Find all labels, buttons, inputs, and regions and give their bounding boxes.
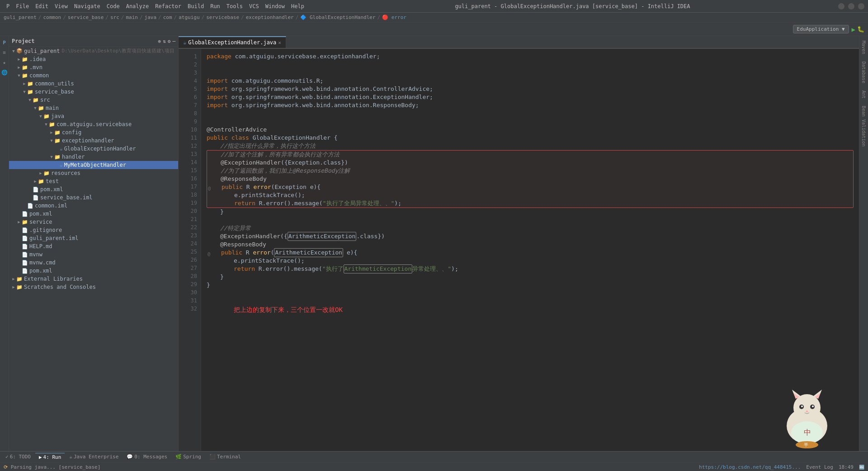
tree-global-exception[interactable]: ☕ GlobalExceptionHandler (9, 145, 178, 153)
line-num-5: 5 (179, 85, 197, 93)
right-side-tabs: Maven Database Ant Bean Validation (859, 36, 868, 451)
menu-run[interactable]: Run (208, 2, 223, 10)
ant-tab[interactable]: Ant (860, 88, 867, 101)
tree-idea[interactable]: ▶ 📁 .idea (9, 55, 178, 63)
code-line-9 (207, 118, 854, 126)
spring-tab[interactable]: 🌿 Spring (172, 453, 205, 461)
close-button[interactable]: ✕ (858, 3, 864, 9)
debug-button[interactable]: 🐛 (857, 26, 864, 33)
breadcrumb-atguigu[interactable]: atguigu (179, 14, 199, 20)
code-line-2 (207, 61, 854, 69)
statusbar-event-log[interactable]: Event Log (806, 464, 833, 470)
tab-global-exception-handler[interactable]: ☕ GlobalExceptionHandler.java ✕ (179, 36, 286, 48)
tree-pom-service-base[interactable]: 📄 pom.xml (9, 185, 178, 193)
terminal-tab[interactable]: ⬛ Terminal (206, 453, 245, 461)
tree-src[interactable]: ▼ 📁 src (9, 96, 178, 104)
menu-tools[interactable]: Tools (224, 2, 245, 10)
line-num-21: 21 (179, 215, 197, 223)
sidebar-icon1[interactable]: ⊕ (158, 38, 161, 44)
breadcrumb-main[interactable]: main (126, 14, 138, 20)
favorites-icon[interactable]: ★ (0, 58, 9, 67)
line-num-27: 27 (179, 264, 197, 272)
code-area[interactable]: package com.atguigu.servicebase.exceptio… (201, 49, 859, 451)
line-numbers: 1 2 3 4 5 6 7 8 9 10 11 12 13 ◆ 14 15 16… (179, 49, 201, 451)
java-enterprise-tab[interactable]: ☕ Java Enterprise (66, 453, 122, 461)
tree-guli-parent-iml[interactable]: 📄 guli_parent.iml (9, 234, 178, 242)
tree-mvnw[interactable]: 📄 mvnw (9, 250, 178, 259)
breadcrumb-com[interactable]: com (163, 14, 172, 20)
tree-service-base-iml[interactable]: 📄 service_base.iml (9, 193, 178, 202)
run-config-selector[interactable]: EduApplication ▼ (793, 25, 849, 33)
menu-help[interactable]: Help (288, 2, 307, 10)
tree-common[interactable]: ▼ 📁 common (9, 71, 178, 80)
tree-my-meta-handler[interactable]: ☕ MyMetaObjectHandler (9, 161, 178, 169)
menu-p[interactable]: P (4, 2, 12, 10)
breadcrumb-exceptionhandler[interactable]: exceptionhandler (246, 14, 294, 20)
tree-gitignore[interactable]: 📄 .gitignore (9, 226, 178, 234)
sidebar-header: Project ⊕ ⇅ ⚙ ─ (9, 36, 178, 47)
tree-main[interactable]: ▼ 📁 main (9, 104, 178, 112)
sidebar-icon2[interactable]: ⇅ (163, 38, 166, 44)
maximize-button[interactable]: □ (848, 3, 854, 9)
breadcrumb-servicebase[interactable]: servicebase (206, 14, 239, 20)
tree-test[interactable]: ▶ 📁 test (9, 177, 178, 185)
menu-build[interactable]: Build (185, 2, 207, 10)
app-menu[interactable]: P File Edit View Navigate Code Analyze R… (4, 2, 307, 10)
tree-pom-common[interactable]: 📄 pom.xml (9, 210, 178, 218)
menu-code[interactable]: Code (104, 2, 123, 10)
menu-vcs[interactable]: VCS (246, 2, 262, 10)
menu-navigate[interactable]: Navigate (71, 2, 103, 10)
line-num-4: 4 (179, 77, 197, 85)
tree-common-utils[interactable]: ▶ 📁 common_utils (9, 80, 178, 88)
breadcrumb-service-base[interactable]: service_base (68, 14, 104, 20)
run-button[interactable]: ▶ (852, 26, 855, 33)
breadcrumb-src[interactable]: src (110, 14, 119, 20)
breadcrumb-common[interactable]: common (43, 14, 61, 20)
tree-service[interactable]: ▶ 📁 service (9, 218, 178, 226)
tree-java[interactable]: ▼ 📁 java (9, 112, 178, 120)
tree-common-iml[interactable]: 📄 common.iml (9, 202, 178, 210)
messages-tab[interactable]: 💬 0: Messages (123, 453, 171, 461)
run-tab[interactable]: ▶ 4: Run (35, 453, 65, 461)
menu-analyze[interactable]: Analyze (123, 2, 152, 10)
maven-tab[interactable]: Maven (860, 38, 867, 57)
tree-external-libs[interactable]: ▶ 📁 External Libraries (9, 275, 178, 283)
web-icon[interactable]: 🌐 (0, 68, 9, 77)
tab-close-button[interactable]: ✕ (278, 40, 281, 46)
tree-guli-parent[interactable]: ▼ 📦 guli_parent D:\UserData\Desktop\教育项目… (9, 47, 178, 55)
tree-scratches[interactable]: ▶ 📁 Scratches and Consoles (9, 283, 178, 291)
tree-exceptionhandler[interactable]: ▼ 📁 exceptionhandler (9, 137, 178, 145)
todo-tab[interactable]: ✓ 6: TODO (2, 453, 34, 461)
tree-com-atguigu[interactable]: ▼ 📁 com.atguigu.servicebase (9, 120, 178, 128)
breadcrumb-guli-parent[interactable]: guli_parent (4, 14, 37, 20)
window-controls[interactable]: ─ □ ✕ (838, 3, 864, 9)
menu-view[interactable]: View (52, 2, 71, 10)
tree-resources[interactable]: ▶ 📁 resources (9, 169, 178, 177)
tree-config[interactable]: ▶ 📁 config (9, 128, 178, 137)
code-line-11: public class GlobalExceptionHandler { (207, 134, 854, 142)
sidebar-icon3[interactable]: ⚙ (168, 38, 171, 44)
line-num-13: 13 (179, 150, 197, 158)
run-icon: ▶ (39, 454, 42, 460)
structure-icon[interactable]: ≡ (0, 48, 9, 57)
project-icon[interactable]: P (0, 38, 9, 47)
tree-help-md[interactable]: 📄 HELP.md (9, 242, 178, 250)
tree-mvnw-cmd[interactable]: 📄 mvnw.cmd (9, 259, 178, 267)
breadcrumb-class[interactable]: 🔷 GlobalExceptionHandler (300, 14, 375, 20)
bean-validation-tab[interactable]: Bean Validation (860, 103, 867, 149)
menu-edit[interactable]: Edit (33, 2, 51, 10)
sidebar-collapse[interactable]: ─ (172, 38, 175, 44)
code-line-28: } (207, 273, 854, 281)
tree-pom-root[interactable]: 📄 pom.xml (9, 267, 178, 275)
tree-service-base[interactable]: ▼ 📁 service_base (9, 88, 178, 96)
breadcrumb-error[interactable]: 🔴 error (382, 14, 406, 20)
menu-window[interactable]: Window (263, 2, 288, 10)
minimize-button[interactable]: ─ (838, 3, 844, 9)
breadcrumb-java[interactable]: java (145, 14, 157, 20)
tree-handler[interactable]: ▼ 📁 handler (9, 153, 178, 161)
tree-mvn[interactable]: ▶ 📁 .mvn (9, 63, 178, 71)
line-num-16: 16 (179, 174, 197, 183)
menu-file[interactable]: File (13, 2, 32, 10)
menu-refactor[interactable]: Refactor (152, 2, 184, 10)
database-tab[interactable]: Database (860, 59, 867, 86)
